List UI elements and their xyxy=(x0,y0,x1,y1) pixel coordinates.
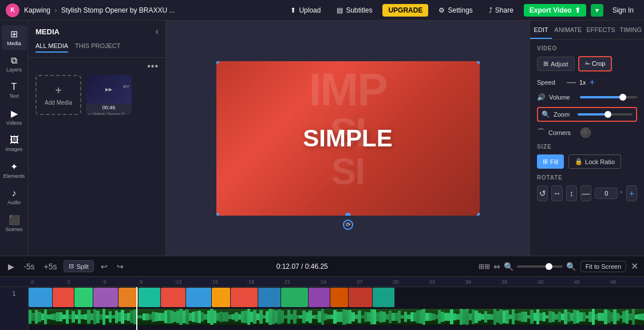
export-dropdown-button[interactable]: ▾ xyxy=(591,4,603,17)
share-button[interactable]: ⤴ Share xyxy=(483,4,519,17)
skip-back-button[interactable]: -5s xyxy=(21,261,37,272)
timeline-zoom-slider[interactable] xyxy=(517,265,563,268)
rotate-degree-input[interactable] xyxy=(595,188,618,199)
track-labels: 1 xyxy=(0,287,29,330)
video-canvas[interactable]: IMP SI SI SIMPLE xyxy=(216,61,480,216)
upload-button[interactable]: ⬆ Upload xyxy=(285,4,326,17)
media-thumbnail: ▶▶ BY xyxy=(86,75,132,104)
tab-edit[interactable]: EDIT xyxy=(530,21,552,39)
resize-handle-bottom-middle[interactable] xyxy=(345,213,351,216)
adjust-button[interactable]: ⊞ Adjust xyxy=(537,57,575,71)
export-button[interactable]: Export Video ⬆ xyxy=(524,4,586,17)
sidebar-item-label: Media xyxy=(7,41,21,46)
resize-handle-bottom-left[interactable] xyxy=(216,213,219,216)
topbar: K Kapwing › Stylish Stomp Opener by BRAX… xyxy=(0,0,644,21)
signin-button[interactable]: Sign In xyxy=(608,4,638,17)
play-button[interactable]: ▶ xyxy=(6,261,17,272)
speed-increase-button[interactable]: + xyxy=(590,77,595,88)
volume-row: 🔊 Volume xyxy=(537,93,637,101)
resize-handle-bottom-right[interactable] xyxy=(477,213,480,216)
playhead[interactable] xyxy=(136,287,137,330)
resize-handle-top-left[interactable] xyxy=(216,61,219,64)
media-item-by-label: BY xyxy=(123,84,129,89)
crop-button[interactable]: ✁ Crop xyxy=(578,56,613,71)
upgrade-button[interactable]: UPGRADE xyxy=(382,4,428,17)
zoom-icon: 🔍 xyxy=(542,110,550,118)
settings-icon: ⚙ xyxy=(438,6,445,14)
flip-vertical-button[interactable]: ↕ xyxy=(566,185,577,201)
sidebar-item-videos[interactable]: ▶ Videos xyxy=(2,105,27,129)
media-panel-title: MEDIA xyxy=(35,27,60,36)
more-options-button[interactable]: ••• xyxy=(147,61,159,71)
resize-handle-top-right[interactable] xyxy=(477,61,480,64)
zoom-in-button[interactable]: 🔍 xyxy=(566,262,576,271)
sidebar-item-images[interactable]: 🖼 Images xyxy=(2,132,27,156)
tab-all-media[interactable]: ALL MEDIA xyxy=(35,42,68,53)
media-item-name: » Stylish Stomp O... xyxy=(86,112,132,115)
audio-waveform xyxy=(29,309,644,325)
fit-to-screen-button[interactable]: Fit to Screen xyxy=(580,261,626,272)
rotate-handle[interactable]: ⟳ xyxy=(343,220,353,230)
sidebar-item-layers[interactable]: ⧉ Layers xyxy=(2,52,27,76)
speed-row: Speed — 1x + xyxy=(537,77,637,88)
corners-icon: ⌒ xyxy=(537,128,545,138)
split-icon: ⊟ xyxy=(69,263,74,270)
split-button[interactable]: ⊟ Split xyxy=(64,260,93,272)
speed-label: Speed xyxy=(537,79,564,86)
timeline-tracks: 1 xyxy=(0,287,644,330)
volume-label: Volume xyxy=(549,94,576,101)
subtitles-button[interactable]: ▤ Subtitles xyxy=(331,4,378,17)
size-section-label: SIZE xyxy=(537,144,637,150)
sidebar-item-elements[interactable]: ✦ Elements xyxy=(2,158,27,182)
corners-knob[interactable] xyxy=(580,128,591,138)
right-panel-content: VIDEO ⊞ Adjust ✁ Crop Speed — 1x + xyxy=(530,39,644,256)
lock-icon: 🔒 xyxy=(575,158,583,165)
tab-effects[interactable]: EFFECTS xyxy=(584,21,617,39)
settings-button[interactable]: ⚙ Settings xyxy=(433,4,478,17)
sidebar-item-audio[interactable]: ♪ Audio xyxy=(2,185,27,209)
chevron-down-icon: ▾ xyxy=(595,6,599,14)
scenes-icon: ⬛ xyxy=(9,214,20,225)
volume-slider[interactable] xyxy=(580,96,637,98)
rotate-minus-button[interactable]: — xyxy=(580,185,591,201)
images-icon: 🖼 xyxy=(10,135,19,145)
tab-this-project[interactable]: THIS PROJECT xyxy=(75,42,120,53)
track-label: 1 xyxy=(0,288,28,299)
subtitles-icon: ▤ xyxy=(337,6,343,14)
timecode-display: 0:12.07 / 0:46.25 xyxy=(131,263,474,271)
zoom-slider[interactable] xyxy=(578,113,633,116)
media-item[interactable]: ▶▶ BY 00:46 » Stylish Stomp O... xyxy=(86,75,132,115)
undo-button[interactable]: ↩ xyxy=(98,261,110,272)
grid-icon: ⊞⊞ xyxy=(479,263,490,271)
redo-button[interactable]: ↪ xyxy=(114,261,126,272)
arrows-icon: ⇔ xyxy=(493,262,500,271)
upload-icon: ⬆ xyxy=(290,6,296,14)
media-icon: ⊞ xyxy=(10,29,18,39)
video-section-label: VIDEO xyxy=(537,45,637,51)
timeline-close-button[interactable]: ✕ xyxy=(631,261,638,272)
sidebar-item-text[interactable]: T Text xyxy=(2,78,27,102)
flip-horizontal-button[interactable]: ↔ xyxy=(551,185,562,201)
adjust-icon: ⊞ xyxy=(543,60,548,67)
rotate-ccw-button[interactable]: ↺ xyxy=(537,185,548,201)
corners-row: ⌒ Corners xyxy=(537,128,637,138)
timeline-ruler: :0:3:6:9:12:15:18:21:24:27:30:33:36:39:4… xyxy=(0,277,644,287)
media-panel-close-button[interactable]: ‹ xyxy=(156,26,159,37)
add-media-button[interactable]: + Add Media xyxy=(35,75,81,115)
fill-button[interactable]: ⊞ Fill xyxy=(537,154,564,169)
skip-fwd-button[interactable]: +5s xyxy=(41,261,59,272)
media-thumb-preview: ▶▶ xyxy=(105,87,112,92)
speed-decrease-button[interactable]: — xyxy=(567,77,576,88)
tab-animate[interactable]: ANIMATE xyxy=(552,21,584,39)
zoom-out-button[interactable]: 🔍 xyxy=(504,262,513,271)
rotate-plus-button[interactable]: + xyxy=(626,185,637,201)
zoom-controls: ⊞⊞ ⇔ 🔍 🔍 xyxy=(479,262,576,271)
lock-ratio-button[interactable]: 🔒 Lock Ratio xyxy=(568,154,621,169)
main-layout: ⊞ Media ⧉ Layers T Text ▶ Videos 🖼 Image… xyxy=(0,21,644,256)
rotate-degree-display: ° xyxy=(595,188,622,199)
media-panel-header: MEDIA ‹ xyxy=(29,21,165,40)
sidebar-item-media[interactable]: ⊞ Media xyxy=(2,25,27,50)
rotate-section-label: ROTATE xyxy=(537,174,637,181)
tab-timing[interactable]: TIMING xyxy=(618,21,645,39)
sidebar-item-scenes[interactable]: ⬛ Scenes xyxy=(2,211,27,236)
